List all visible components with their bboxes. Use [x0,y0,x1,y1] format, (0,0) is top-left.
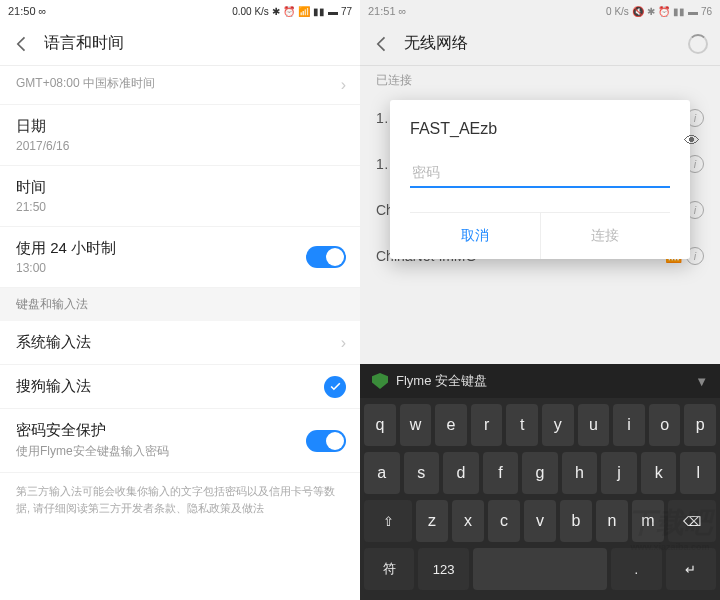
bluetooth-icon: ✱ [272,6,280,17]
key-e[interactable]: e [435,404,467,446]
password-safe-toggle[interactable] [306,430,346,452]
format-24h-example: 13:00 [16,261,344,275]
key-s[interactable]: s [404,452,440,494]
time-label: 时间 [16,178,344,197]
key-num[interactable]: . [611,548,661,590]
key-v[interactable]: v [524,500,556,542]
connect-button[interactable]: 连接 [541,213,671,259]
format-24h-row[interactable]: 使用 24 小时制 13:00 [0,227,360,288]
time-value: 21:50 [16,200,344,214]
key-j[interactable]: j [601,452,637,494]
timezone-value: GMT+08:00 中国标准时间 [16,75,344,92]
format-24h-label: 使用 24 小时制 [16,239,344,258]
key-⇧[interactable]: ⇧ [364,500,412,542]
key-c[interactable]: c [488,500,520,542]
wifi-icon: 📶 [298,6,310,17]
check-icon[interactable] [324,376,346,398]
cancel-button[interactable]: 取消 [410,213,541,259]
key-g[interactable]: g [522,452,558,494]
key-sym[interactable]: 符 [364,548,414,590]
key-space[interactable] [473,548,607,590]
alarm-icon: ⏰ [283,6,295,17]
signal-icon: ▮▮ [313,6,325,17]
password-safe-row[interactable]: 密码安全保护 使用Flyme安全键盘输入密码 [0,409,360,473]
screen-language-time: 21:50∞ 0.00 K/s✱⏰📶▮▮▬77 语言和时间 GMT+08:00 … [0,0,360,600]
status-battery: 77 [341,6,352,17]
password-safe-desc: 使用Flyme安全键盘输入密码 [16,443,344,460]
key-enter[interactable]: ↵ [666,548,716,590]
date-label: 日期 [16,117,344,136]
disclaimer-text: 第三方输入法可能会收集你输入的文字包括密码以及信用卡号等数据, 请仔细阅读第三方… [0,473,360,526]
timezone-row[interactable]: GMT+08:00 中国标准时间 › [0,66,360,105]
key-y[interactable]: y [542,404,574,446]
key-a[interactable]: a [364,452,400,494]
date-row[interactable]: 日期 2017/6/16 [0,105,360,166]
section-keyboard: 键盘和输入法 [0,288,360,321]
key-h[interactable]: h [562,452,598,494]
key-n[interactable]: n [596,500,628,542]
key-z[interactable]: z [416,500,448,542]
key-b[interactable]: b [560,500,592,542]
status-time: 21:50 [8,5,36,17]
status-bar: 21:50∞ 0.00 K/s✱⏰📶▮▮▬77 [0,0,360,22]
sogou-ime-row[interactable]: 搜狗输入法 [0,365,360,409]
key-⌫[interactable]: ⌫ [668,500,716,542]
chevron-down-icon[interactable]: ▼ [695,374,708,389]
key-r[interactable]: r [471,404,503,446]
key-d[interactable]: d [443,452,479,494]
time-row[interactable]: 时间 21:50 [0,166,360,227]
password-safe-label: 密码安全保护 [16,421,344,440]
key-i[interactable]: i [613,404,645,446]
key-k[interactable]: k [641,452,677,494]
keyboard-header[interactable]: Flyme 安全键盘 ▼ [360,364,720,398]
key-l[interactable]: l [680,452,716,494]
shield-icon [372,373,388,389]
page-title: 语言和时间 [44,33,124,54]
key-x[interactable]: x [452,500,484,542]
header: 语言和时间 [0,22,360,66]
key-o[interactable]: o [649,404,681,446]
back-icon[interactable] [12,34,32,54]
key-u[interactable]: u [578,404,610,446]
status-net: 0.00 K/s [232,6,269,17]
date-value: 2017/6/16 [16,139,344,153]
format-24h-toggle[interactable] [306,246,346,268]
key-q[interactable]: q [364,404,396,446]
sogou-ime-label: 搜狗输入法 [16,377,344,396]
system-ime-row[interactable]: 系统输入法 › [0,321,360,365]
key-p[interactable]: p [684,404,716,446]
key-num[interactable]: 123 [418,548,468,590]
password-input[interactable] [410,158,670,188]
chevron-right-icon: › [341,334,346,352]
dialog-ssid: FAST_AEzb [410,120,670,138]
key-f[interactable]: f [483,452,519,494]
chevron-right-icon: › [341,76,346,94]
secure-keyboard: Flyme 安全键盘 ▼ qwertyuiopasdfghjkl⇧zxcvbnm… [360,364,720,600]
keyboard-title: Flyme 安全键盘 [396,372,487,390]
key-t[interactable]: t [506,404,538,446]
battery-icon: ▬ [328,6,338,17]
eye-icon[interactable]: 👁 [684,132,700,150]
key-m[interactable]: m [632,500,664,542]
screen-wifi: 21:51∞ 0 K/s🔇✱⏰▮▮▬76 无线网络 已连接 1…📶 i 1…📶 … [360,0,720,600]
system-ime-label: 系统输入法 [16,333,344,352]
key-w[interactable]: w [400,404,432,446]
dialog-box: FAST_AEzb 👁 取消 连接 [390,100,690,259]
infinity-icon: ∞ [39,5,47,17]
